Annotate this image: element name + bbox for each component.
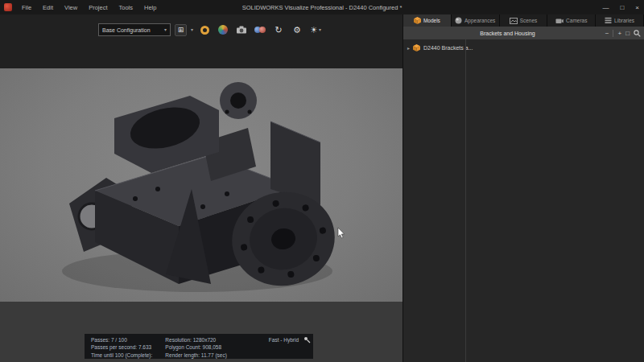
cube-icon bbox=[413, 44, 420, 51]
menu-project[interactable]: Project bbox=[83, 4, 113, 11]
settings-button[interactable]: ⚙ bbox=[290, 23, 304, 37]
render-ring-icon bbox=[200, 26, 209, 35]
tab-appearances-label: Appearances bbox=[464, 18, 495, 23]
grid-view-button[interactable]: ⊞ bbox=[175, 24, 187, 36]
tab-scenes[interactable]: Scenes bbox=[500, 14, 548, 27]
layers-icon bbox=[605, 17, 612, 24]
window-controls: — □ × bbox=[602, 0, 639, 14]
appearance-sphere-icon bbox=[218, 25, 228, 35]
palette-panel: Models Appearances Scenes Cameras bbox=[402, 14, 644, 362]
add-button[interactable]: + bbox=[617, 30, 621, 37]
collapse-all-button[interactable]: − bbox=[605, 30, 609, 37]
stat-time-until: Time until 100 (Complete): bbox=[91, 352, 152, 359]
minimize-button[interactable]: — bbox=[602, 4, 609, 11]
camera-icon bbox=[555, 18, 564, 24]
render-viewport[interactable] bbox=[0, 68, 402, 302]
stat-render-mode: Fast - Hybrid bbox=[269, 336, 299, 343]
camera-button[interactable] bbox=[234, 23, 249, 37]
tab-libraries-label: Libraries bbox=[614, 18, 634, 23]
tree-column-divider bbox=[465, 39, 466, 362]
sun-icon: ☀ bbox=[310, 25, 318, 35]
palette-header-tools: − + □ bbox=[605, 27, 641, 39]
tab-models-label: Models bbox=[423, 18, 440, 23]
grid-view-chevron-icon[interactable]: ▾ bbox=[191, 27, 193, 32]
sun-study-button[interactable]: ☀ ▾ bbox=[308, 23, 323, 37]
red-sphere-icon bbox=[259, 27, 266, 33]
stat-passes-per-second: Passes per second: 7.633 bbox=[91, 343, 152, 351]
tab-cameras[interactable]: Cameras bbox=[547, 14, 596, 27]
chevron-down-icon: ▾ bbox=[164, 27, 167, 32]
search-icon[interactable] bbox=[634, 30, 641, 37]
mouse-cursor bbox=[337, 228, 345, 239]
tab-cameras-label: Cameras bbox=[566, 18, 587, 23]
tree-item-d2440[interactable]: ▸ D2440 Brackets a... bbox=[403, 42, 644, 53]
scene-icon bbox=[510, 18, 518, 24]
configuration-dropdown[interactable]: Base Configuration ▾ bbox=[98, 23, 171, 36]
window-title: SOLIDWORKS Visualize Professional - D244… bbox=[242, 4, 402, 11]
menu-file[interactable]: File bbox=[16, 4, 37, 11]
stat-passes: Passes: 7 / 100 bbox=[91, 336, 152, 343]
model-tree: ▸ D2440 Brackets a... bbox=[403, 39, 644, 362]
tab-libraries[interactable]: Libraries bbox=[596, 14, 644, 27]
bracket-housing-model bbox=[0, 68, 402, 302]
pin-icon[interactable] bbox=[303, 336, 311, 343]
grid-icon: ⊞ bbox=[178, 26, 184, 34]
turntable-button[interactable]: ↻ bbox=[271, 23, 286, 37]
viewport-top-strip: Base Configuration ▾ ⊞ ▾ ↻ ⚙ bbox=[0, 14, 402, 68]
stats-column-scene: Resolution: 1280x720 Polygon Count: 908,… bbox=[165, 336, 226, 356]
frame-button[interactable]: □ bbox=[625, 30, 630, 37]
maximize-button[interactable]: □ bbox=[620, 4, 624, 11]
palette-header-title: Brackets and Housing bbox=[480, 31, 535, 36]
menu-help[interactable]: Help bbox=[138, 4, 162, 11]
stat-render-length: Render length: 11.77 (sec) bbox=[165, 352, 226, 359]
gear-icon: ⚙ bbox=[293, 25, 301, 35]
tab-scenes-label: Scenes bbox=[520, 18, 538, 23]
materials-button[interactable] bbox=[253, 23, 267, 37]
chevron-down-icon: ▾ bbox=[319, 27, 321, 32]
menu-bar: File Edit View Project Tools Help bbox=[16, 4, 162, 11]
menu-view[interactable]: View bbox=[59, 4, 83, 11]
tab-appearances[interactable]: Appearances bbox=[452, 14, 500, 27]
render-stats-overlay: Passes: 7 / 100 Passes per second: 7.633… bbox=[85, 334, 313, 359]
render-button[interactable] bbox=[197, 23, 212, 37]
tree-expand-icon[interactable]: ▸ bbox=[407, 45, 410, 51]
toolbar-separator bbox=[613, 30, 613, 37]
render-toolbar: Base Configuration ▾ ⊞ ▾ ↻ ⚙ bbox=[98, 21, 323, 39]
stats-column-passes: Passes: 7 / 100 Passes per second: 7.633… bbox=[91, 336, 152, 356]
title-bar: File Edit View Project Tools Help SOLIDW… bbox=[0, 0, 644, 14]
configuration-value: Base Configuration bbox=[102, 27, 151, 33]
stat-polygon-count: Polygon Count: 908,058 bbox=[165, 343, 226, 351]
appearances-button[interactable] bbox=[216, 23, 230, 37]
sphere-icon bbox=[455, 17, 462, 24]
camera-icon bbox=[236, 26, 247, 34]
menu-edit[interactable]: Edit bbox=[37, 4, 59, 11]
stat-resolution: Resolution: 1280x720 bbox=[165, 336, 226, 343]
close-button[interactable]: × bbox=[635, 4, 639, 11]
stats-column-mode: Fast - Hybrid bbox=[269, 336, 307, 356]
palette-header: Brackets and Housing − + □ bbox=[403, 27, 644, 39]
rotate-icon: ↻ bbox=[275, 25, 282, 35]
menu-tools[interactable]: Tools bbox=[114, 4, 139, 11]
cube-icon bbox=[414, 17, 421, 24]
palette-tab-bar: Models Appearances Scenes Cameras bbox=[403, 14, 644, 27]
tab-models[interactable]: Models bbox=[403, 14, 452, 27]
app-logo-icon bbox=[4, 3, 12, 11]
